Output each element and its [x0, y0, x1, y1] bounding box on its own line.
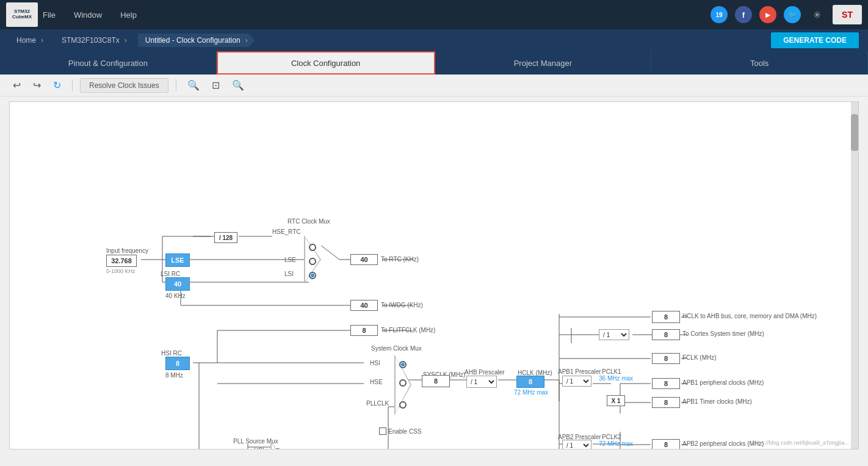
- lsi-line-label: LSI: [284, 271, 294, 277]
- apb1-periph-box: 8: [652, 378, 680, 389]
- pllclk-mux-label: PLLCLK: [366, 400, 389, 407]
- to-rtc-label: To RTC (KHz): [381, 256, 419, 263]
- ahb-label: AHB Prescaler: [465, 369, 505, 376]
- hse-mux-label: HSE: [370, 379, 383, 385]
- ahb-prescaler-select[interactable]: / 1/ 2/ 4: [466, 376, 497, 388]
- hclk-ahb-dest-label: HCLK to AHB bus, core, memory and DMA (M…: [682, 313, 817, 319]
- twitter-icon[interactable]: 🐦: [784, 6, 801, 23]
- toolbar: ↩ ↪ ↻ Resolve Clock Issues 🔍 ⊡ 🔍: [0, 75, 868, 96]
- youtube-icon[interactable]: ▶: [759, 6, 776, 23]
- lse-line-label: LSE: [284, 257, 296, 263]
- lsi-khz: 40 KHz: [165, 293, 186, 299]
- to-flit-box: 8: [350, 325, 378, 336]
- enable-css-label: Enable CSS: [388, 428, 421, 435]
- lsi-rc-label: LSI RC: [161, 271, 180, 277]
- fclk-label: FCLK (MHz): [682, 354, 717, 361]
- apb2-periph-box: 8: [652, 439, 680, 450]
- cortex-div-select[interactable]: / 1: [599, 329, 629, 340]
- main-nav: File Window Help: [43, 10, 137, 20]
- tab-clock[interactable]: Clock Configuration: [217, 51, 435, 75]
- toolbar-separator2: [176, 79, 176, 92]
- apb1-timer-box: 8: [652, 397, 680, 408]
- fclk-box: 8: [652, 353, 680, 364]
- sys-mux-radio-pll[interactable]: [399, 401, 407, 409]
- zoom-out-button[interactable]: 🔍: [228, 77, 248, 93]
- scrollbar-right[interactable]: [851, 102, 858, 449]
- sys-mux-radio-hse[interactable]: [399, 379, 407, 387]
- to-iwdg-label: To IWDG (KHz): [381, 302, 423, 308]
- scrollbar-thumb[interactable]: [851, 114, 858, 151]
- help-menu[interactable]: Help: [120, 10, 137, 20]
- apb2-prescaler-select[interactable]: / 1/ 2: [562, 440, 591, 450]
- apb2-periph-label: APB2 peripheral clocks (MHz): [682, 440, 764, 447]
- logo-area: STM32CubeMX File Window Help: [6, 2, 137, 27]
- sys-mux-radio-hsi[interactable]: [399, 361, 407, 368]
- hsi-box: 8: [165, 357, 190, 370]
- hsi-mux-label: HSI: [370, 360, 380, 366]
- watermark: https://blog.csdn.net/bjkuaili_aTongjiia…: [752, 440, 849, 446]
- zoom-fit-button[interactable]: ⊡: [208, 77, 223, 93]
- input-freq-top-box[interactable]: 32.768: [106, 255, 137, 267]
- hsi-mhz-label: 8 MHz: [165, 372, 183, 379]
- to-rtc-box: 40: [350, 254, 378, 265]
- hsi-rc-label: HSI RC: [161, 350, 182, 357]
- rtc-mux-radio-hse[interactable]: [309, 244, 316, 251]
- apb1-timer-label: APB1 Timer clocks (MHz): [682, 398, 752, 405]
- hclk-ahb-dest-box: 8: [652, 311, 680, 323]
- apb1-x1-box: X 1: [607, 395, 625, 406]
- window-menu[interactable]: Window: [74, 10, 102, 20]
- sys-mux-label: System Clock Mux: [371, 345, 422, 352]
- refresh-button[interactable]: ↻: [49, 77, 65, 93]
- breadcrumb-current[interactable]: Untitled - Clock Configuration ›: [138, 34, 255, 47]
- tab-bar: Pinout & Configuration Clock Configurati…: [0, 51, 868, 75]
- hclk-max-label: 72 MHz max: [514, 389, 548, 396]
- rtc-mux-radio-lse[interactable]: [309, 258, 316, 265]
- pclk1-max: 36 MHz max: [599, 375, 633, 382]
- tab-project[interactable]: Project Manager: [435, 51, 652, 75]
- breadcrumb: Home › STM32F103C8Tx › Untitled - Clock …: [9, 34, 256, 47]
- sysclk-box: 8: [422, 375, 450, 387]
- diagram-lines: [10, 102, 858, 449]
- to-iwdg-box: 40: [350, 300, 378, 311]
- generate-code-button[interactable]: GENERATE CODE: [771, 32, 859, 48]
- tab-tools[interactable]: Tools: [651, 51, 868, 75]
- pclk2-label: PCLK2: [602, 434, 621, 440]
- breadcrumb-bar: Home › STM32F103C8Tx › Untitled - Clock …: [0, 29, 868, 51]
- breadcrumb-home[interactable]: Home ›: [9, 34, 51, 47]
- version-icon: 19: [711, 6, 728, 23]
- div128-box: / 128: [214, 232, 237, 243]
- svg-line-7: [321, 246, 339, 260]
- network-icon[interactable]: ✳: [808, 6, 825, 23]
- apb1-label: APB1 Prescaler: [558, 368, 601, 375]
- pclk2-max: 72 MHz max: [599, 440, 633, 447]
- toolbar-separator: [72, 79, 73, 92]
- resolve-clock-button[interactable]: Resolve Clock Issues: [80, 78, 168, 93]
- input-freq-top-range: 0-1000 KHz: [106, 268, 136, 274]
- diagram-area: Input frequency 32.768 0-1000 KHz LSE LS…: [10, 102, 858, 449]
- to-cortex-box: 8: [652, 329, 680, 340]
- redo-button[interactable]: ↪: [29, 77, 45, 93]
- apb1-prescaler-select[interactable]: / 1/ 2: [562, 376, 591, 387]
- top-icons: 19 f ▶ 🐦 ✳ ST: [711, 5, 862, 24]
- tab-pinout[interactable]: Pinout & Configuration: [0, 51, 217, 75]
- hclk-box: 8: [516, 376, 544, 388]
- undo-button[interactable]: ↩: [9, 77, 24, 93]
- lse-box: LSE: [165, 253, 190, 267]
- input-freq-top-label: Input frequency: [106, 247, 148, 254]
- rtc-mux-radio-lsi[interactable]: [309, 272, 316, 279]
- zoom-in-button[interactable]: 🔍: [184, 77, 203, 93]
- to-flit-label: To FLITFCLK (MHz): [381, 327, 435, 333]
- hse-rtc-label: HSE_RTC: [272, 228, 301, 235]
- breadcrumb-device[interactable]: STM32F103C8Tx ›: [54, 34, 134, 47]
- pclk1-label: PCLK1: [602, 368, 621, 375]
- st-logo: ST: [833, 5, 862, 24]
- file-menu[interactable]: File: [43, 10, 56, 20]
- app-logo: STM32CubeMX: [6, 2, 38, 27]
- top-bar: STM32CubeMX File Window Help 19 f ▶ 🐦 ✳ …: [0, 0, 868, 29]
- clock-diagram-canvas: Input frequency 32.768 0-1000 KHz LSE LS…: [9, 101, 859, 450]
- apb1-periph-label: APB1 peripheral clocks (MHz): [682, 379, 764, 386]
- to-cortex-label: To Cortex System timer (MHz): [682, 330, 764, 337]
- pll-hsi-label: HSI: [254, 447, 264, 450]
- facebook-icon[interactable]: f: [735, 6, 752, 23]
- enable-css-checkbox[interactable]: [379, 428, 386, 435]
